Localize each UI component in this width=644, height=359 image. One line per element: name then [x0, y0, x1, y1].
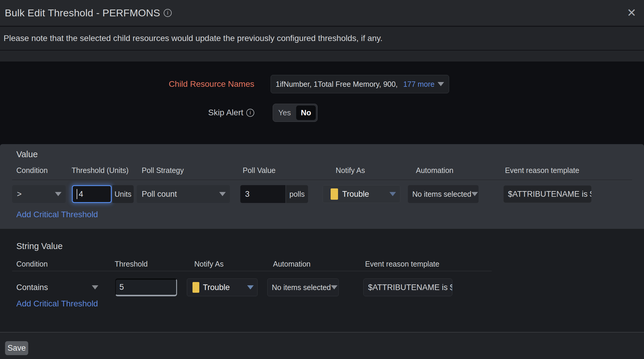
- text-caret: [77, 189, 77, 199]
- dropdown-arrow-icon: [92, 285, 98, 289]
- string-add-critical-threshold-link[interactable]: Add Critical Threshold: [16, 297, 98, 310]
- child-resource-names-label: Child Resource Names: [0, 75, 254, 93]
- child-resource-names-select[interactable]: 1ifNumber, 1Total Free Memory, 900, B...…: [271, 75, 449, 93]
- poll-value-input[interactable]: [240, 185, 285, 203]
- string-condition-value: Contains: [16, 283, 48, 292]
- save-button[interactable]: Save: [5, 341, 28, 355]
- value-condition-value: >: [17, 190, 22, 199]
- string-automation-select[interactable]: No items selected: [267, 278, 339, 296]
- poll-value-unit-suffix: polls: [286, 185, 308, 203]
- skip-alert-toggle[interactable]: Yes No: [273, 104, 318, 122]
- skip-alert-info-icon[interactable]: i: [246, 109, 254, 117]
- value-event-reason-input[interactable]: [503, 185, 592, 203]
- poll-strategy-value: Poll count: [142, 190, 177, 199]
- col-head-automation: Automation: [416, 164, 453, 176]
- col-head-condition: Condition: [16, 164, 48, 176]
- value-notify-as-value: Trouble: [342, 190, 369, 199]
- col-head-notify-as: Notify As: [194, 258, 224, 270]
- child-resource-names-value: 1ifNumber, 1Total Free Memory, 900, B...: [276, 80, 400, 89]
- more-resources-link[interactable]: 177 more: [403, 80, 435, 89]
- string-section-title: String Value: [16, 241, 63, 251]
- title-info-icon[interactable]: i: [164, 9, 172, 17]
- value-threshold-wrap: [72, 185, 112, 203]
- col-head-event-reason: Event reason template: [505, 164, 579, 176]
- value-condition-select[interactable]: >: [12, 185, 66, 203]
- dialog-footer: Save: [0, 332, 644, 359]
- col-head-poll-strategy: Poll Strategy: [142, 164, 184, 176]
- trouble-color-swatch: [331, 188, 338, 200]
- notice-banner: Please note that the selected child reso…: [0, 27, 644, 50]
- dialog-header: Bulk Edit Threshold - PERFMONS i ✕: [0, 0, 644, 26]
- trouble-color-swatch: [192, 282, 199, 293]
- string-automation-value: No items selected: [272, 283, 331, 292]
- skip-alert-label: Skip Alert: [208, 108, 243, 117]
- value-section-title: Value: [16, 149, 38, 159]
- value-threshold-input[interactable]: [72, 185, 112, 203]
- notice-text: Please note that the selected child reso…: [4, 34, 383, 43]
- value-automation-value: No items selected: [412, 190, 471, 199]
- poll-strategy-select[interactable]: Poll count: [137, 185, 230, 203]
- col-head-notify-as: Notify As: [336, 164, 365, 176]
- string-notify-as-select[interactable]: Trouble: [187, 278, 258, 296]
- string-condition-select[interactable]: Contains: [12, 278, 102, 296]
- string-event-reason-input[interactable]: [363, 278, 452, 296]
- dropdown-arrow-icon: [247, 285, 254, 289]
- dropdown-arrow-icon: [471, 192, 478, 196]
- col-head-event-reason: Event reason template: [365, 258, 439, 270]
- string-notify-as-value: Trouble: [203, 283, 230, 292]
- value-header-divider: [12, 180, 632, 180]
- skip-alert-yes-option[interactable]: Yes: [273, 108, 296, 117]
- dropdown-arrow-icon: [219, 192, 226, 196]
- string-threshold-input[interactable]: [115, 278, 177, 296]
- dropdown-arrow-icon: [389, 192, 396, 196]
- dropdown-arrow-icon: [55, 192, 61, 196]
- value-notify-as-select[interactable]: Trouble: [323, 185, 400, 203]
- string-value-section: String Value Condition Threshold Notify …: [0, 229, 644, 332]
- dialog-title: Bulk Edit Threshold - PERFMONS: [5, 7, 160, 19]
- col-head-threshold: Threshold: [115, 258, 148, 270]
- notice-subbar: [0, 51, 644, 62]
- value-section: Value Condition Threshold (Units) Poll S…: [0, 144, 644, 229]
- col-head-condition: Condition: [16, 258, 48, 270]
- col-head-poll-value: Poll Value: [243, 164, 276, 176]
- string-header-divider: [12, 271, 492, 271]
- col-head-threshold-units: Threshold (Units): [72, 164, 129, 176]
- dropdown-arrow-icon: [331, 285, 337, 289]
- value-threshold-unit-suffix: Units: [112, 185, 134, 203]
- close-icon[interactable]: ✕: [625, 7, 638, 18]
- skip-alert-label-row: Skip Alert i: [0, 103, 254, 122]
- value-add-critical-threshold-link[interactable]: Add Critical Threshold: [16, 208, 98, 221]
- dropdown-arrow-icon: [438, 82, 444, 86]
- skip-alert-no-option[interactable]: No: [296, 106, 316, 120]
- col-head-automation: Automation: [273, 258, 310, 270]
- value-automation-select[interactable]: No items selected: [408, 185, 479, 203]
